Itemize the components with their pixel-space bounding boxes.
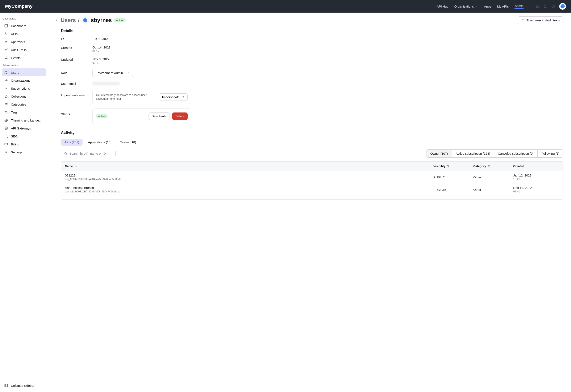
collapse-icon — [4, 384, 8, 387]
tab-teams[interactable]: Teams (18) — [117, 139, 139, 146]
search-icon — [64, 152, 67, 155]
updated-date: Nov 9, 2022 — [92, 57, 252, 61]
seg-active-sub[interactable]: Active subscription (153) — [452, 150, 494, 157]
svg-point-23 — [5, 127, 7, 128]
search-input[interactable] — [69, 152, 112, 155]
sidebar-label: Organizations — [11, 79, 30, 82]
label-email: User email — [61, 82, 92, 85]
brand-logo: MyCompany — [5, 4, 32, 9]
row-sub: api_6024cb01-90f9-4e84-a756-3768a35808da — [65, 178, 431, 181]
label-status: Status — [61, 109, 92, 116]
table-row[interactable]: Anon Access Breaks 2 Dec 13, 2022 — [61, 196, 563, 199]
sidebar-item-organizations[interactable]: Organizations — [2, 76, 46, 84]
search-box[interactable] — [61, 150, 116, 157]
seg-following[interactable]: Following (1) — [537, 150, 563, 157]
top-nav-links: API Hub Organizations Apps My APIs Admin — [437, 3, 566, 10]
nav-organizations[interactable]: Organizations — [454, 5, 478, 8]
collapse-label: Collapse sidebar — [11, 384, 34, 387]
sort-down-icon — [74, 165, 77, 168]
gear-icon — [4, 150, 8, 154]
top-nav: MyCompany API Hub Organizations Apps My … — [0, 0, 571, 13]
col-created[interactable]: Created — [513, 165, 559, 168]
svg-point-28 — [6, 152, 7, 153]
table-row[interactable]: 081222 api_6024cb01-90f9-4e84-a756-3768a… — [61, 171, 563, 183]
sidebar-item-gateways[interactable]: API Gateways — [2, 124, 46, 132]
collapse-sidebar[interactable]: Collapse sidebar — [2, 381, 46, 390]
sidebar-label: Users — [11, 71, 19, 74]
nav-admin[interactable]: Admin — [514, 4, 524, 9]
svg-point-9 — [6, 71, 7, 72]
help-icon[interactable] — [551, 4, 555, 8]
row-name: Anon Access Breaks — [65, 186, 431, 190]
sidebar-group-administration: Administration — [2, 62, 46, 69]
card-icon — [4, 142, 8, 146]
check-icon — [4, 86, 8, 90]
col-name[interactable]: Name — [65, 165, 431, 168]
seg-canceled-sub[interactable]: Canceled subscription (0) — [494, 150, 537, 157]
sidebar-item-audit-trails[interactable]: Audit Trails — [2, 46, 46, 54]
role-select[interactable]: Environment Admin — [92, 69, 134, 77]
row-created-time: 13:20 — [513, 178, 559, 181]
delete-button[interactable]: Delete — [172, 112, 188, 120]
filter-icon — [447, 165, 450, 168]
sidebar-item-settings[interactable]: Settings — [2, 148, 46, 156]
row-name: Anon Access Breaks 2 — [65, 198, 431, 199]
seg-owner[interactable]: Owner (107) — [426, 150, 451, 157]
svg-point-8 — [5, 71, 6, 72]
sidebar-label: Theming and Langu... — [11, 119, 42, 122]
sidebar-label: Settings — [11, 151, 22, 154]
list-icon — [4, 102, 8, 106]
col-name-label: Name — [65, 165, 73, 168]
impersonate-button[interactable]: Impersonate — [159, 93, 188, 101]
nav-api-hub[interactable]: API Hub — [437, 5, 449, 8]
deactivate-button[interactable]: Deactivate — [149, 112, 170, 120]
sidebar-item-subscriptions[interactable]: Subscriptions — [2, 84, 46, 92]
database-icon — [4, 126, 8, 130]
user-avatar[interactable] — [559, 3, 566, 10]
svg-marker-14 — [5, 95, 8, 98]
created-date: Oct 14, 2021 — [92, 45, 252, 49]
sidebar-item-users[interactable]: Users — [2, 69, 46, 76]
label-role: Role — [61, 69, 92, 75]
label-created: Created — [61, 45, 92, 50]
inbox-icon[interactable] — [535, 4, 539, 8]
col-category[interactable]: Category — [473, 165, 511, 168]
sidebar-item-seo[interactable]: SEO — [2, 132, 46, 140]
sidebar-item-categories[interactable]: Categories — [2, 100, 46, 108]
breadcrumb-users[interactable]: Users — [61, 17, 76, 24]
svg-point-21 — [5, 112, 6, 112]
row-name: 081222 — [65, 174, 431, 177]
status-value-badge: Active — [96, 114, 107, 118]
show-audit-button[interactable]: Show user in Audit trails — [518, 16, 563, 24]
table-row[interactable]: Anon Access Breaks api_c2efb6e3-18f7-42a… — [61, 183, 563, 196]
col-visibility[interactable]: Visibility — [433, 165, 471, 168]
activity-tabs: APIs (261) Applications (10) Teams (18) — [61, 139, 563, 146]
row-created-time: 07:40 — [513, 190, 559, 193]
nav-my-apis[interactable]: My APIs — [497, 5, 509, 8]
user-chip-icon — [82, 17, 89, 24]
sidebar-item-tags[interactable]: Tags — [2, 108, 46, 116]
svg-marker-38 — [488, 165, 490, 167]
sidebar-item-theming[interactable]: Theming and Langu... — [2, 116, 46, 124]
sidebar-label: Categories — [11, 103, 26, 106]
sidebar-item-events[interactable]: Events — [2, 54, 46, 62]
tab-applications[interactable]: Applications (10) — [85, 139, 115, 146]
sidebar-label: SEO — [11, 135, 18, 138]
sidebar-item-collections[interactable]: Collections — [2, 92, 46, 100]
tab-apis[interactable]: APIs (261) — [61, 139, 83, 146]
sidebar-item-dashboard[interactable]: Dashboard — [2, 22, 46, 30]
bell-icon[interactable] — [543, 4, 547, 8]
sidebar-item-apis[interactable]: APIs — [2, 30, 46, 38]
apis-table: Name Visibility Category Created — [61, 161, 563, 200]
nav-apps[interactable]: Apps — [484, 5, 491, 8]
filter-icon — [487, 165, 491, 168]
status-badge: Active — [114, 18, 125, 22]
back-arrow-icon[interactable] — [56, 19, 59, 22]
thumb-icon — [4, 40, 8, 44]
sidebar-item-approvals[interactable]: Approvals — [2, 38, 46, 46]
sidebar-item-billing[interactable]: Billing — [2, 140, 46, 148]
svg-point-1 — [553, 7, 553, 7]
chevron-down-icon — [128, 71, 131, 74]
label-impersonate: Impersonate user — [61, 90, 92, 97]
breadcrumb: Users / sbyrnes Active — [56, 17, 126, 24]
